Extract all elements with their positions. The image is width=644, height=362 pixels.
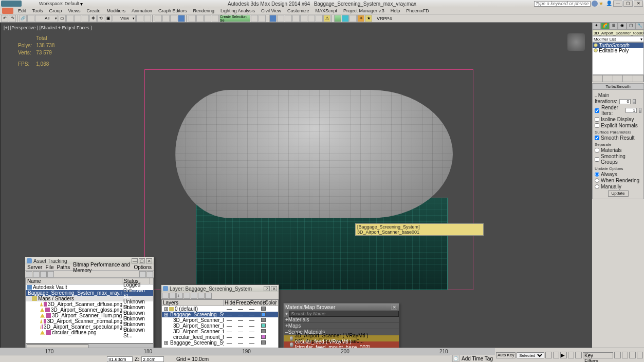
toolbar-sun-icon[interactable]: ☀ (357, 15, 364, 22)
toolbar-green1[interactable] (334, 15, 341, 22)
color-swatch[interactable] (261, 318, 266, 322)
undo-button[interactable]: ↶ (1, 15, 8, 22)
mat-row[interactable]: circular_feed ( VRayMtl ) [circular_feed… (284, 341, 399, 348)
smoothing-groups-check[interactable] (595, 157, 599, 162)
color-swatch[interactable] (261, 329, 266, 333)
cp-tab-hierarchy[interactable]: ⊞ (610, 23, 618, 30)
bulb-icon[interactable] (594, 43, 598, 47)
layer-row[interactable]: 3D_Airport_Scanner_base00——— (162, 323, 278, 329)
toolbar-btn-c[interactable] (308, 15, 315, 22)
render-frame-button[interactable] (285, 15, 292, 22)
toolbar-teapot-icon[interactable] (349, 15, 357, 22)
asset-menu-bitmap[interactable]: Bitmap Performance and Memory (73, 262, 131, 273)
layer-row[interactable]: 3D_Airport_Scanner_light_00——— (162, 317, 278, 323)
next-frame-button[interactable] (568, 352, 575, 358)
menu-create[interactable]: Create (84, 8, 103, 13)
redo-button[interactable]: ↷ (9, 15, 16, 22)
remove-modifier-button[interactable] (623, 75, 633, 82)
render-setup-button[interactable] (277, 15, 284, 22)
color-swatch[interactable] (261, 307, 266, 311)
viewport-label[interactable]: [+] [Perspective ] [Shaded + Edged Faces… (4, 25, 92, 30)
color-swatch[interactable] (261, 312, 266, 316)
show-end-result-button[interactable] (603, 75, 613, 82)
select-object-button[interactable]: ▭ (59, 15, 66, 22)
dialog-minimize[interactable]: — (132, 258, 138, 263)
layer-tb-sel[interactable] (183, 293, 190, 299)
link-button[interactable]: 🔗 (20, 15, 27, 22)
asset-tree[interactable]: NameStatus Autodesk VaultLogged OutBagga… (25, 278, 154, 344)
add-time-tag[interactable]: Add Time Tag (462, 356, 493, 361)
menu-animation[interactable]: Animation (129, 8, 155, 13)
app-icon[interactable] (1, 1, 22, 7)
update-button[interactable]: Update (608, 190, 629, 197)
z-field[interactable]: 2.0cm (141, 356, 164, 362)
color-swatch[interactable] (261, 335, 266, 339)
asset-row[interactable]: circular_diffuse.pngUnknown St... (26, 330, 153, 335)
layer-row[interactable]: ⊞Baggage_Screening_System——— (162, 340, 278, 346)
mat-section-materials[interactable]: + Materials (284, 317, 399, 323)
spinner-snap[interactable] (178, 15, 185, 22)
asset-tracking-dialog[interactable]: Asset Tracking —▢✕ Server File Paths Bit… (25, 257, 154, 357)
info-icon[interactable] (592, 1, 598, 7)
layer-row[interactable]: 3D_Airport_Scanner_top001——— (162, 329, 278, 334)
asset-menu-server[interactable]: Server (27, 264, 42, 270)
timeconf-button[interactable]: 🕐 (452, 355, 459, 362)
layer-manager-button[interactable] (212, 15, 219, 22)
prev-frame-button[interactable] (553, 352, 560, 358)
layer-tb-freeze[interactable] (205, 293, 212, 299)
update-render-radio[interactable] (595, 178, 599, 183)
selection-filter[interactable]: All (35, 15, 58, 22)
menu-views[interactable]: Views (66, 8, 83, 13)
toolbar-cyan1[interactable] (342, 15, 349, 22)
asset-menu-file[interactable]: File (45, 264, 53, 270)
menu-group[interactable]: Group (47, 8, 65, 13)
menu-tools[interactable]: Tools (30, 8, 46, 13)
asset-tb-2[interactable] (33, 271, 40, 277)
toolbar-btn-b[interactable] (300, 15, 307, 22)
mat-search-input[interactable]: Search by Name ... (289, 311, 399, 317)
pin-stack-button[interactable] (593, 75, 603, 82)
menu-phoenixfd[interactable]: PhoenixFD (403, 8, 432, 13)
iterations-spinner[interactable] (633, 99, 636, 104)
layer-tb-hl[interactable] (191, 293, 197, 299)
dialog-close[interactable]: ✕ (271, 286, 277, 291)
select-name-button[interactable] (66, 15, 73, 22)
cp-tab-display[interactable]: ▢ (627, 23, 635, 30)
autokey-button[interactable]: Auto Key (496, 352, 516, 358)
menu-customize[interactable]: Customize (285, 8, 312, 13)
help-search-input[interactable] (534, 1, 591, 7)
window-crossing-button[interactable] (82, 15, 89, 22)
bulb-icon[interactable] (594, 48, 598, 52)
asset-menu-paths[interactable]: Paths (57, 264, 70, 270)
render-iters-check[interactable] (595, 108, 599, 113)
materials-check[interactable] (595, 148, 599, 153)
color-swatch[interactable] (261, 340, 266, 345)
menu-grapheditors[interactable]: Graph Editors (156, 8, 190, 13)
app-menu-button[interactable] (2, 8, 13, 14)
menu-help[interactable]: Help (388, 8, 403, 13)
named-sel-button[interactable] (189, 15, 196, 22)
cp-tab-utilities[interactable]: 🔧 (635, 23, 644, 30)
layers-table[interactable]: Layers Hide Freeze Render Color ⊞0 (defa… (161, 299, 279, 351)
nav-zoom-icon[interactable] (614, 352, 621, 358)
toolbar-warn-icon[interactable]: ⚠ (323, 15, 330, 22)
nav-pan-icon[interactable] (629, 352, 636, 358)
menu-lighting[interactable]: Lighting Analysis (218, 8, 257, 13)
nav-zoomall-icon[interactable] (622, 352, 629, 358)
asset-tb-1[interactable] (26, 271, 32, 277)
menu-maxscript[interactable]: MAXScript (312, 8, 340, 13)
material-editor-button[interactable] (269, 15, 277, 22)
mirror-button[interactable] (196, 15, 204, 22)
render-iters-input[interactable] (625, 108, 637, 113)
explicit-check[interactable] (595, 123, 599, 128)
asset-tb-4[interactable] (47, 271, 54, 277)
menu-edit[interactable]: Edit (15, 8, 29, 13)
layer-tb-del[interactable] (169, 293, 176, 299)
angle-snap[interactable] (162, 15, 170, 22)
toolbar-star-icon[interactable]: ★ (365, 15, 372, 22)
color-swatch[interactable] (261, 323, 266, 328)
layer-tb-hide[interactable] (198, 293, 205, 299)
menu-modifiers[interactable]: Modifiers (104, 8, 128, 13)
rotate-button[interactable]: ⟲ (97, 15, 104, 22)
schematic-button[interactable] (259, 15, 266, 22)
